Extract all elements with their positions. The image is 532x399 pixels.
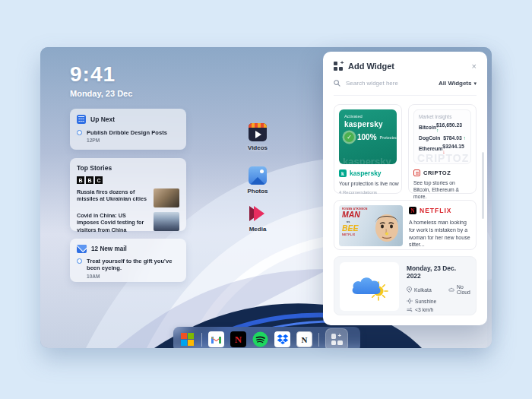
taskbar-divider (201, 333, 202, 347)
actor-face-art (371, 208, 401, 246)
kaspersky-hero-brand: kaspersky (344, 120, 391, 128)
add-widget-panel: + Add Widget × All Widgets ▾ Activated k… (323, 52, 487, 325)
check-icon: ✓ (344, 132, 354, 142)
clock-time: 9:41 (70, 62, 132, 87)
coin-row: DogCoin $784.03 ↑ (419, 135, 466, 141)
mail-icon (77, 245, 87, 253)
bbc-logo: B B C (77, 176, 179, 184)
up-arrow-icon: ↑ (436, 128, 439, 133)
kaspersky-description: Your protection is live now (339, 181, 397, 188)
netflix-n-icon: N (235, 334, 242, 346)
shortcut-photos[interactable]: Photos (238, 166, 277, 195)
weather-widget-card[interactable]: Monday, 23 Dec. 2022 Kolkata No Cloud (334, 256, 477, 315)
market-title: Market Insights (419, 114, 466, 119)
mail-radio-icon[interactable] (77, 258, 82, 264)
weather-location: Kolkata (407, 284, 448, 295)
close-icon[interactable]: × (472, 62, 477, 71)
shortcut-label: Media (238, 226, 277, 233)
story-item[interactable]: Russia fires dozens of missiles at Ukrai… (77, 188, 179, 207)
panel-scrollbar[interactable] (482, 152, 484, 219)
criptoz-brand: CRIPTOZ (423, 169, 451, 176)
netflix-brand: NETFLIX (420, 207, 451, 214)
lock-clock: 9:41 Monday, 23 Dec (70, 62, 132, 98)
netflix-n-icon: N (409, 207, 416, 214)
story-thumbnail (154, 212, 179, 231)
kaspersky-brand: kaspersky (350, 169, 382, 177)
man-vs-bee-poster: ROWAN ATKINSON MAN vs BEE NETFLIX (339, 205, 403, 246)
market-hero: Market Insights Bitcoin $16,650.23 ↑ Dog… (413, 109, 471, 164)
cloud-icon (448, 287, 454, 292)
criptoz-logo-icon (413, 169, 420, 176)
task-radio-icon[interactable] (77, 130, 82, 135)
kaspersky-status: Activated (344, 114, 391, 119)
kaspersky-recommendations: 4 Recomendations (339, 190, 397, 195)
kaspersky-widget-card[interactable]: Activated kaspersky ✓ 100% Protected kas… (334, 104, 402, 194)
mail-widget[interactable]: 12 New mail Treat yourself to the gift y… (70, 239, 186, 282)
calendar-icon (77, 115, 86, 124)
up-next-widget[interactable]: Up Next Publish Dribble Design Posts 12P… (70, 109, 186, 150)
add-widget-icon: + (331, 334, 343, 345)
shortcut-label: Photos (238, 188, 277, 195)
weather-condition: Sunshine (407, 298, 448, 304)
weather-cloudiness: No Cloud (448, 284, 470, 295)
videos-icon[interactable] (249, 123, 267, 141)
gmail-icon (211, 335, 222, 344)
gmail-app-button[interactable] (208, 331, 224, 347)
search-input[interactable] (346, 80, 433, 87)
criptoz-watermark: CRIPTOZ (417, 152, 469, 164)
protected-label: Protected (380, 135, 397, 140)
kaspersky-hero: Activated kaspersky ✓ 100% Protected kas… (339, 109, 397, 164)
story-item[interactable]: Covid in China: US imposes Covid testing… (77, 212, 179, 233)
shortcut-videos[interactable]: Videos (238, 123, 277, 151)
photos-icon[interactable] (249, 166, 267, 185)
start-button[interactable] (179, 331, 195, 347)
protection-percent: 100% (357, 133, 377, 141)
add-widget-grid-icon: + (334, 62, 343, 71)
kaspersky-logo-icon: k (339, 169, 347, 177)
mail-time: 10AM (87, 274, 179, 279)
up-next-event[interactable]: Publish Dribble Design Posts (87, 129, 167, 136)
mail-title: 12 New mail (91, 245, 127, 252)
coin-row: Bitcoin $16,650.23 ↑ (419, 122, 466, 133)
spotify-icon (252, 331, 268, 347)
location-pin-icon (407, 287, 412, 293)
dropbox-app-button[interactable] (274, 331, 290, 347)
taskbar-divider (318, 333, 319, 347)
panel-title: Add Widget (348, 62, 467, 71)
dropbox-icon (277, 334, 289, 345)
up-arrow-icon: ↑ (464, 135, 466, 141)
weather-date: Monday, 23 Dec. 2022 (407, 264, 470, 280)
shortcut-media[interactable]: Media (238, 204, 277, 233)
cloud-sun-icon (350, 271, 389, 302)
market-description: See top stories on Bitcoin, Ethereum & m… (413, 180, 471, 200)
netflix-widget-card[interactable]: ROWAN ATKINSON MAN vs BEE NETFLIX N NETF… (334, 200, 477, 250)
spotify-app-button[interactable] (252, 331, 268, 347)
story-headline[interactable]: Covid in China: US imposes Covid testing… (77, 212, 149, 233)
search-icon (334, 80, 340, 87)
widgets-button-active[interactable]: + (325, 328, 348, 349)
sun-icon (407, 298, 413, 304)
wind-icon (407, 307, 413, 312)
notion-n-icon: N (302, 335, 308, 344)
up-next-title: Up Next (90, 116, 115, 123)
widget-filter-dropdown[interactable]: All Widgets ▾ (439, 80, 477, 87)
weather-wind: <3 km/h (407, 307, 448, 312)
kaspersky-watermark: kaspersky (343, 156, 391, 164)
clock-date: Monday, 23 Dec (70, 89, 132, 98)
market-insights-widget-card[interactable]: Market Insights Bitcoin $16,650.23 ↑ Dog… (408, 104, 477, 194)
story-thumbnail (154, 188, 179, 207)
media-icon[interactable] (248, 204, 268, 223)
chevron-down-icon: ▾ (473, 81, 477, 87)
netflix-description: A homeless man looking for work is mista… (409, 219, 471, 249)
windows-logo-icon (181, 333, 194, 346)
netflix-app-button[interactable]: N (230, 331, 246, 347)
story-headline[interactable]: Russia fires dozens of missiles at Ukrai… (77, 188, 149, 203)
weather-art-box (340, 262, 399, 311)
filter-label: All Widgets (439, 80, 471, 87)
top-stories-widget[interactable]: Top Stories B B C Russia fires dozens of… (70, 158, 186, 231)
shortcut-label: Videos (238, 144, 277, 151)
top-stories-title: Top Stories (77, 164, 112, 172)
up-next-time: 12PM (87, 138, 167, 143)
mail-message[interactable]: Treat yourself to the gift you've been e… (87, 258, 179, 272)
notion-app-button[interactable]: N (296, 331, 312, 347)
